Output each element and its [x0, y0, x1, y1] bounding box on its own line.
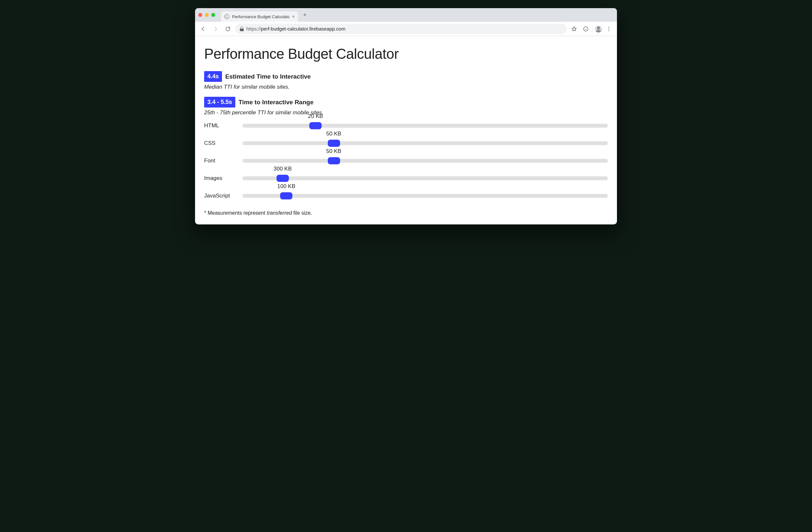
toolbar: https://perf-budget-calculator.firebasea… — [195, 22, 617, 36]
slider-css: CSS 50 KB — [204, 140, 608, 146]
tti-sub: Median TTI for similar mobile sites. — [204, 84, 608, 90]
slider-track[interactable]: 50 KB — [243, 159, 608, 163]
slider-value: 50 KB — [326, 148, 341, 155]
back-button[interactable] — [198, 24, 208, 34]
slider-track[interactable]: 50 KB — [243, 141, 608, 145]
profile-avatar[interactable] — [595, 25, 602, 32]
slider-label: CSS — [204, 140, 240, 146]
url-text: https://perf-budget-calculator.firebasea… — [246, 26, 345, 31]
tab-strip: Performance Budget Calculato × + — [195, 8, 617, 22]
metric-tti-range: 3.4 - 5.5s Time to Interactive Range 25t… — [204, 97, 608, 116]
globe-icon — [224, 14, 230, 19]
slider-thumb[interactable]: 300 KB — [276, 175, 289, 182]
tab-title: Performance Budget Calculato — [232, 14, 290, 19]
footnote: * Measurements represent transferred fil… — [204, 210, 608, 216]
browser-tab[interactable]: Performance Budget Calculato × — [221, 11, 298, 22]
maximize-window-icon[interactable] — [211, 13, 215, 17]
tti-badge: 4.4s — [204, 71, 222, 82]
bookmark-star-icon[interactable] — [569, 24, 579, 34]
slider-label: Font — [204, 157, 240, 164]
tti-range-sub: 25th - 75th percentile TTI for similar m… — [204, 110, 608, 116]
slider-track[interactable]: 300 KB — [243, 176, 608, 180]
forward-button[interactable] — [211, 24, 220, 34]
page-content: Performance Budget Calculator 4.4s Estim… — [195, 36, 617, 224]
toolbar-divider — [593, 26, 593, 32]
slider-track[interactable]: 20 KB — [243, 124, 608, 128]
slider-images: Images 300 KB — [204, 175, 608, 182]
slider-font: Font 50 KB — [204, 157, 608, 164]
page-info-icon[interactable] — [581, 24, 591, 34]
slider-thumb[interactable]: 50 KB — [328, 140, 340, 147]
close-window-icon[interactable] — [198, 13, 202, 17]
new-tab-button[interactable]: + — [301, 11, 309, 19]
lock-icon — [240, 27, 244, 31]
metric-tti: 4.4s Estimated Time to Interactive Media… — [204, 71, 608, 90]
minimize-window-icon[interactable] — [205, 13, 209, 17]
slider-thumb[interactable]: 50 KB — [328, 157, 340, 164]
slider-value: 100 KB — [277, 183, 295, 190]
slider-thumb[interactable]: 20 KB — [309, 122, 322, 129]
slider-value: 50 KB — [326, 130, 341, 137]
slider-label: HTML — [204, 123, 240, 129]
slider-track[interactable]: 100 KB — [243, 194, 608, 198]
slider-label: JavaScript — [204, 193, 240, 199]
slider-label: Images — [204, 175, 240, 182]
tti-range-label: Time to Interactive Range — [238, 99, 314, 106]
kebab-menu-icon[interactable] — [604, 24, 614, 34]
window-controls — [198, 13, 215, 17]
toolbar-right — [569, 24, 614, 34]
sliders: HTML 20 KB CSS 50 KB Font — [204, 123, 608, 199]
slider-thumb[interactable]: 100 KB — [280, 192, 292, 199]
svg-point-5 — [609, 30, 609, 31]
svg-point-3 — [609, 27, 609, 28]
svg-point-4 — [609, 28, 609, 29]
page-title: Performance Budget Calculator — [204, 46, 608, 62]
slider-value: 20 KB — [308, 113, 323, 120]
browser-window: Performance Budget Calculato × + https:/… — [195, 8, 617, 224]
reload-button[interactable] — [223, 24, 233, 34]
close-tab-icon[interactable]: × — [292, 14, 295, 19]
slider-html: HTML 20 KB — [204, 123, 608, 129]
slider-javascript: JavaScript 100 KB — [204, 193, 608, 199]
tti-range-badge: 3.4 - 5.5s — [204, 97, 235, 108]
tti-label: Estimated Time to Interactive — [225, 73, 311, 80]
slider-value: 300 KB — [274, 166, 292, 172]
address-bar[interactable]: https://perf-budget-calculator.firebasea… — [235, 24, 567, 34]
